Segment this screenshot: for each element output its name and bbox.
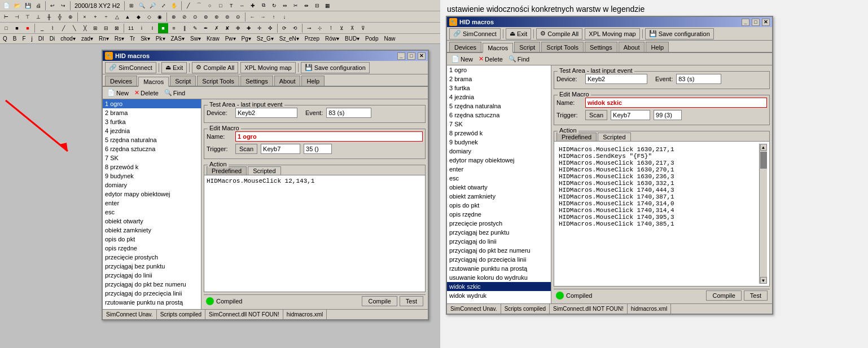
cad-btn-copy[interactable]: ⧉ — [258, 1, 269, 11]
right-save-btn[interactable]: 💾 Save configuration — [645, 28, 714, 39]
left-script-textarea[interactable]: HIDMacros.MouseClick 12,143,1 — [204, 175, 425, 292]
cad-btn-s18[interactable]: ✎ — [190, 23, 200, 33]
right-list-5rzedna-nat[interactable]: 5 rzędna naturalna — [447, 102, 551, 111]
cad-btn-s32[interactable]: ⊼ — [347, 23, 357, 33]
left-new-btn[interactable]: 📄 New — [105, 89, 131, 97]
cad-btn-r12[interactable]: ▲ — [122, 12, 133, 22]
cad-btn-zoom-in[interactable]: 🔍 — [137, 1, 147, 11]
list-item-domiary[interactable]: domiary — [103, 180, 201, 190]
cad-btn-r5[interactable]: ╫ — [44, 12, 54, 22]
right-exit-btn[interactable]: ⏏ Exit — [506, 28, 531, 39]
right-list-opis-pkt[interactable]: opis do pkt — [447, 201, 551, 210]
right-tab-settings[interactable]: Settings — [585, 42, 617, 52]
left-num-input[interactable] — [304, 144, 332, 154]
left-compile-all-btn[interactable]: ⚙ Compile All — [192, 62, 238, 73]
cad-btn-r24[interactable]: → — [258, 12, 268, 22]
list-item-2brama[interactable]: 2 brama — [103, 108, 201, 117]
left-simconnect-btn[interactable]: 🔗 SimConnect — [105, 62, 156, 73]
list-item-9budynek[interactable]: 9 budynek — [103, 171, 201, 180]
cad-btn-s11[interactable]: ⊠ — [112, 23, 122, 33]
list-item-7sk[interactable]: 7 SK — [103, 153, 201, 162]
cad-btn-s21[interactable]: ✘ — [222, 23, 233, 33]
cad-btn-redo[interactable]: ↪ — [58, 1, 68, 11]
menu-bud[interactable]: BUD▾ — [343, 35, 361, 42]
list-item-opis-rzedne[interactable]: opis rzędne — [103, 244, 201, 253]
list-item-przyc-przec[interactable]: przyciągaj do przecięcia linii — [103, 289, 201, 298]
menu-di-low[interactable]: Di — [48, 35, 56, 42]
left-tab-macros[interactable]: Macros — [138, 77, 169, 87]
right-list-widok-wydruk[interactable]: widok wydruk — [447, 291, 551, 300]
right-list-esc[interactable]: esc — [447, 174, 551, 183]
right-compile-btn[interactable]: Compile — [706, 290, 741, 301]
cad-btn-s31[interactable]: ⊻ — [336, 23, 347, 33]
cad-btn-rotate[interactable]: ↻ — [269, 1, 279, 11]
right-list-3furtka[interactable]: 3 furtka — [447, 83, 551, 92]
cad-btn-rect[interactable]: □ — [216, 1, 226, 11]
list-item-3furtka[interactable]: 3 furtka — [103, 117, 201, 126]
right-list-przyc-bez-pkt[interactable]: przyciągaj bez punktu — [447, 228, 551, 237]
cad-btn-text[interactable]: T — [226, 1, 236, 11]
list-item-obiekt-zam[interactable]: obiekt zamkniety — [103, 226, 201, 235]
right-list-przyc-przec[interactable]: przyciągaj do przecięcia linii — [447, 255, 551, 264]
left-compile-btn[interactable]: Compile — [362, 296, 397, 306]
list-item-przyc-linii[interactable]: przyciągaj do linii — [103, 271, 201, 280]
right-list-domiary[interactable]: domiary — [447, 147, 551, 156]
cad-btn-undo[interactable]: ↩ — [47, 1, 58, 11]
menu-zad[interactable]: zad▾ — [80, 35, 95, 42]
left-device-input[interactable] — [235, 108, 297, 118]
left-xpl-btn[interactable]: XPL Moving map — [240, 62, 295, 73]
right-scan-btn[interactable]: Scan — [585, 110, 607, 120]
cad-btn-r1[interactable]: ⊢ — [1, 12, 11, 22]
cad-btn-r21[interactable]: ⊜ — [222, 12, 233, 22]
left-scripted-tab[interactable]: Scripted — [248, 166, 280, 175]
cad-btn-offset[interactable]: ⊟ — [312, 1, 322, 11]
cad-btn-arc[interactable]: ⌒ — [194, 1, 204, 11]
cad-btn-s2[interactable]: ■ — [12, 23, 22, 33]
left-exit-btn[interactable]: ⏏ Exit — [161, 62, 187, 73]
right-close-btn[interactable]: ✕ — [762, 19, 770, 26]
menu-kraw[interactable]: Kraw — [205, 35, 221, 42]
cad-btn-s12[interactable]: 11 — [126, 23, 136, 33]
cad-btn-r19[interactable]: ⊚ — [201, 12, 211, 22]
menu-zas[interactable]: ZAS▾ — [169, 35, 186, 42]
cad-btn-s4[interactable]: ⎯ — [37, 23, 47, 33]
right-list-4jezdnia[interactable]: 4 jezdnia — [447, 92, 551, 102]
cad-btn-s8[interactable]: ╳ — [80, 23, 90, 33]
cad-btn-s16[interactable]: ≡ — [169, 23, 179, 33]
right-test-btn[interactable]: Test — [744, 290, 768, 301]
cad-btn-r14[interactable]: ◇ — [144, 12, 154, 22]
menu-pk[interactable]: Pk▾ — [154, 35, 167, 42]
menu-szg[interactable]: Sz_G▾ — [255, 35, 275, 42]
list-item-4jezdnia[interactable]: 4 jezdnia — [103, 126, 201, 135]
right-list-7sk[interactable]: 7 SK — [447, 120, 551, 129]
right-list-opis-rzedne[interactable]: opis rzędne — [447, 210, 551, 219]
cad-btn-r16[interactable]: ⊗ — [169, 12, 179, 22]
scroll-up-btn[interactable]: ▲ — [760, 144, 767, 151]
menu-f[interactable]: F — [20, 35, 27, 42]
cad-btn-r13[interactable]: ◆ — [133, 12, 143, 22]
cad-btn-s23[interactable]: ✚ — [244, 23, 254, 33]
right-device-input[interactable] — [585, 74, 647, 84]
cad-btn-s10[interactable]: ⊟ — [101, 23, 111, 33]
cad-btn-s24[interactable]: ✛ — [255, 23, 265, 33]
left-keyb-input[interactable] — [261, 144, 300, 154]
list-item-1ogro[interactable]: 1 ogro — [103, 99, 201, 108]
menu-q[interactable]: Q — [1, 35, 9, 42]
right-find-btn[interactable]: 🔍 Find — [506, 55, 532, 63]
menu-szen[interactable]: Sz_eN▾ — [278, 35, 301, 42]
cad-btn-s28[interactable]: ⊸ — [304, 23, 314, 33]
cad-btn-s25[interactable]: ✜ — [265, 23, 275, 33]
cad-btn-s15[interactable]: ■ — [158, 23, 168, 33]
right-tab-help[interactable]: Help — [646, 42, 669, 52]
right-event-input[interactable] — [676, 74, 721, 84]
right-minimize-btn[interactable]: _ — [742, 19, 749, 26]
left-find-btn[interactable]: 🔍 Find — [162, 89, 187, 97]
list-item-8przewod[interactable]: 8 przewód k — [103, 162, 201, 171]
right-keyb-input[interactable] — [611, 110, 650, 120]
left-tab-settings[interactable]: Settings — [240, 76, 273, 86]
left-name-input[interactable] — [235, 131, 423, 142]
list-item-rzut[interactable]: rzutowanie punktu na prostą — [103, 298, 201, 307]
cad-btn-line[interactable]: ╱ — [183, 1, 194, 11]
cad-btn-r9[interactable]: + — [90, 12, 100, 22]
left-tab-help[interactable]: Help — [301, 76, 325, 86]
